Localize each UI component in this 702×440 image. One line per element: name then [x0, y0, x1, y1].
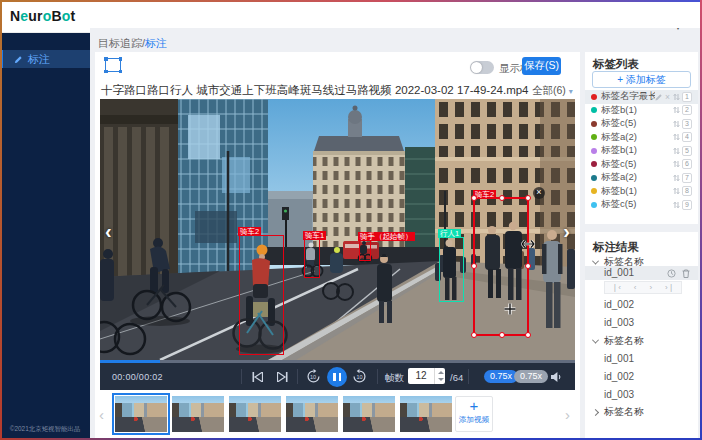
forward-10-button[interactable]: 10 — [352, 369, 367, 384]
annotation-results-panel: 标注结果 标签名称 id_001 ❘‹‹››❘ id_002 id_003 标签… — [585, 232, 698, 438]
chevron-down-icon: ▾ — [569, 87, 573, 96]
pause-button[interactable] — [327, 367, 347, 387]
label-row[interactable]: 标签a(2)7 — [585, 171, 698, 185]
copyright-text: ©2021北京矩视智能出品 — [4, 424, 87, 433]
resize-handle-w[interactable] — [471, 263, 477, 269]
move-cursor-icon — [504, 303, 516, 315]
rect-select-tool[interactable] — [105, 58, 121, 72]
shortcut-badge: 2 — [682, 105, 692, 115]
bbox-cyclist-1[interactable]: 骑车1 — [304, 239, 320, 278]
frame-total-label: /64 — [450, 372, 463, 383]
sort-arrows-icon[interactable] — [673, 187, 680, 195]
result-group-header[interactable]: 标签名称 — [585, 334, 698, 348]
sort-arrows-icon[interactable] — [673, 106, 680, 114]
add-label-button[interactable]: + 添加标签 — [592, 71, 691, 88]
resize-handle-ne[interactable] — [525, 195, 531, 201]
next-frame-chevron[interactable]: › — [563, 221, 570, 241]
stepper-down-icon — [438, 378, 444, 381]
trash-icon[interactable] — [682, 269, 690, 278]
label-row[interactable]: 标签名字最长数...×1 — [585, 90, 698, 104]
video-canvas[interactable]: 骑车2 骑车1 骑手（起始帧） 行人1 骑车2 × ‹ › — [100, 99, 575, 360]
add-video-button[interactable]: + 添加视频 — [455, 396, 493, 432]
label-row[interactable]: 标签c(5)3 — [585, 117, 698, 131]
label-row[interactable]: 标签b(1)8 — [585, 185, 698, 199]
label-row[interactable]: 标签b(1)2 — [585, 104, 698, 118]
result-item-selected[interactable]: id_001 — [585, 266, 698, 280]
sort-arrows-icon[interactable] — [673, 174, 680, 182]
video-thumbnail[interactable] — [172, 396, 224, 432]
player-controls: 00:00/00:02 10 10 帧数 12 /64 0.75x 0.75x — [100, 363, 575, 390]
label-row[interactable]: 标签c(5)9 — [585, 198, 698, 212]
sidebar-item-label: 标注 — [28, 50, 50, 68]
save-button[interactable]: 保存(S) — [522, 57, 561, 75]
video-thumbnail[interactable] — [229, 396, 281, 432]
prev-frame-button[interactable] — [252, 372, 263, 382]
bbox-label: 骑手（起始帧） — [358, 232, 415, 241]
label-row[interactable]: 标签b(1)5 — [585, 144, 698, 158]
filmstrip-prev-chevron[interactable]: ‹ — [99, 406, 104, 423]
filmstrip-next-chevron[interactable]: › — [565, 406, 570, 423]
pager-prev[interactable]: ‹ — [634, 282, 637, 293]
shortcut-badge: 1 — [682, 92, 692, 102]
result-item[interactable]: id_002 — [585, 370, 698, 384]
result-item[interactable]: id_001 — [585, 352, 698, 366]
shortcut-badge: 9 — [682, 200, 692, 210]
rewind-10-button[interactable]: 10 — [306, 369, 321, 384]
annotation-workspace: 显示标注 保存(S) 十字路口路口行人 城市交通上下班高峰斑马线过马路视频 20… — [95, 52, 580, 438]
next-frame-button[interactable] — [277, 372, 288, 382]
bbox-rider-start-frame[interactable]: 骑手（起始帧） — [359, 240, 371, 261]
video-thumbnail[interactable] — [400, 396, 452, 432]
video-thumbnail[interactable] — [286, 396, 338, 432]
resize-cursor-icon — [521, 239, 535, 249]
sort-arrows-icon[interactable] — [673, 201, 680, 209]
sort-arrows-icon[interactable] — [673, 93, 680, 101]
sort-arrows-icon[interactable] — [673, 120, 680, 128]
delete-box-button[interactable]: × — [533, 187, 545, 199]
pager-last[interactable]: ›❘ — [665, 282, 674, 293]
bbox-label: 骑车2 — [238, 227, 261, 236]
resize-handle-n[interactable] — [499, 195, 505, 201]
result-item[interactable]: id_003 — [585, 388, 698, 402]
sort-arrows-icon[interactable] — [673, 147, 680, 155]
result-item[interactable]: id_003 — [585, 316, 698, 330]
bbox-label: 骑车1 — [303, 231, 326, 240]
resize-handle-nw[interactable] — [471, 195, 477, 201]
resize-handle-se[interactable] — [525, 332, 531, 338]
sort-arrows-icon[interactable] — [673, 133, 680, 141]
speed-pill-secondary[interactable]: 0.75x — [514, 370, 548, 383]
label-color-dot — [591, 202, 597, 208]
speed-pill-active[interactable]: 0.75x — [484, 370, 518, 383]
bbox-cyclist-2[interactable]: 骑车2 — [239, 235, 284, 355]
label-color-dot — [591, 148, 597, 154]
edit-icon[interactable] — [655, 93, 663, 101]
resize-handle-e[interactable] — [525, 263, 531, 269]
volume-icon[interactable] — [550, 371, 563, 383]
shortcut-badge: 8 — [682, 186, 692, 196]
pager-next[interactable]: › — [649, 282, 652, 293]
label-row[interactable]: 标签a(2)4 — [585, 131, 698, 145]
frame-number-input[interactable]: 12 — [408, 368, 434, 384]
filter-dropdown[interactable]: 全部(6) ▾ — [532, 84, 573, 98]
history-icon[interactable] — [667, 269, 676, 278]
resize-handle-s[interactable] — [499, 332, 505, 338]
frame-number-stepper[interactable] — [434, 368, 445, 384]
prev-frame-chevron[interactable]: ‹ — [105, 221, 112, 241]
results-title: 标注结果 — [593, 240, 639, 255]
breadcrumb-parent[interactable]: 目标追踪 — [98, 37, 142, 49]
result-item[interactable]: id_002 — [585, 298, 698, 312]
pager-first[interactable]: ❘‹ — [611, 282, 620, 293]
shortcut-badge: 3 — [682, 119, 692, 129]
show-annotation-toggle[interactable] — [470, 61, 494, 74]
video-thumbnail[interactable] — [343, 396, 395, 432]
result-group-header[interactable]: 标签名称 — [585, 405, 698, 419]
video-thumbnail[interactable] — [115, 396, 167, 432]
shortcut-badge: 4 — [682, 132, 692, 142]
delete-icon[interactable]: × — [665, 92, 670, 102]
sort-arrows-icon[interactable] — [673, 160, 680, 168]
resize-handle-sw[interactable] — [471, 332, 477, 338]
label-row[interactable]: 标签c(5)6 — [585, 158, 698, 172]
sidebar-item-annotate[interactable]: 标注 — [0, 50, 90, 68]
bbox-cyclist-2-selected[interactable]: 骑车2 — [473, 197, 529, 336]
shortcut-badge: 6 — [682, 159, 692, 169]
bbox-pedestrian-1[interactable]: 行人1 — [439, 237, 464, 302]
